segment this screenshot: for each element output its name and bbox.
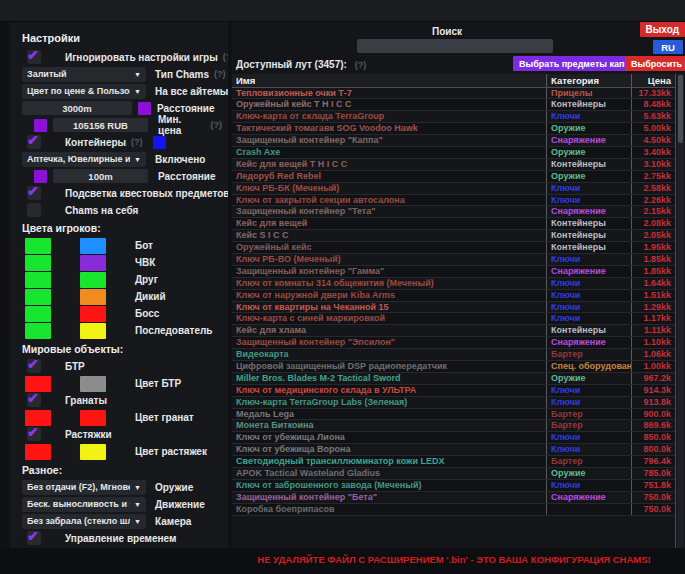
container-distance-color-swatch[interactable]: [34, 170, 47, 183]
item-name: Светодиодный трансиллюминатор кожи LEDX: [232, 456, 546, 467]
chevron-down-icon: ▼: [134, 518, 141, 525]
min-price-color-swatch[interactable]: [34, 119, 47, 132]
loot-table-row[interactable]: Тактический томагавк SOG Voodoo Hawk Ору…: [232, 123, 675, 135]
min-price-input[interactable]: [53, 118, 148, 132]
player-type-color-swatch[interactable]: [80, 289, 106, 305]
loot-table-row[interactable]: Ключ-карта с синей маркировкой Ключи 1.1…: [232, 313, 675, 325]
config-warning-text: НЕ УДАЛЯЙТЕ ФАЙЛ С РАСШИРЕНИЕМ '.bin' - …: [232, 548, 676, 574]
loot-table-row[interactable]: Коробка боеприпасов 750.0k: [232, 504, 675, 516]
loot-table-row[interactable]: Защищенный контейнер "Бета" Снаряжение 7…: [232, 492, 675, 504]
item-price: 2.75kk: [631, 171, 675, 182]
item-category: Ключи: [546, 111, 631, 122]
loot-table-row[interactable]: Монета Биткоина Бартер 869.6k: [232, 420, 675, 432]
scrollbar-thumb[interactable]: [678, 75, 683, 143]
loot-table-row[interactable]: Видеокарта Бартер 1.06kk: [232, 349, 675, 361]
loot-table-row[interactable]: Ключ от убежища Лиона Ключи 850.0k: [232, 432, 675, 444]
loot-table-row[interactable]: Цифровой защищенный DSP радиопередатчик …: [232, 361, 675, 373]
item-name: Защищенный контейнер "Гамма": [232, 266, 546, 277]
containers-color-swatch[interactable]: [153, 136, 166, 149]
loot-table-row[interactable]: Ключ от квартиры на Чеканной 15 Ключи 1.…: [232, 302, 675, 314]
loot-table-row[interactable]: Защищенный контейнер "Гамма" Снаряжение …: [232, 266, 675, 278]
tripwire-color-swatch[interactable]: [80, 444, 106, 460]
player-type-color-swatch[interactable]: [80, 272, 106, 288]
camera-row: Без забрала (стекло шлема) ▼ Камера: [22, 514, 222, 528]
tripwires-checkbox[interactable]: ✔: [27, 427, 41, 441]
container-filter-select[interactable]: Аптечка, Ювелирные и... ▼: [22, 152, 146, 167]
loot-table-row[interactable]: Кейс S I C C Контейнеры 2.05kk: [232, 230, 675, 242]
select-kappa-items-button[interactable]: Выбрать предметы каппа: [513, 56, 641, 71]
container-distance-input[interactable]: [53, 169, 148, 183]
quest-highlight-checkbox[interactable]: ✔: [27, 186, 41, 200]
world-objects-title: Мировые объекты:: [22, 343, 228, 355]
loot-table-row[interactable]: Оружейный кейс T H I C C Контейнеры 8.48…: [232, 99, 675, 111]
chevron-down-icon: ▼: [134, 484, 141, 491]
column-header-category: Категория: [546, 74, 631, 87]
player-type-color-swatch[interactable]: [80, 255, 106, 271]
loot-table-row[interactable]: Защищенный контейнер "Эпсилон" Снаряжени…: [232, 337, 675, 349]
visible-color-swatch[interactable]: [25, 238, 51, 254]
loot-table-row[interactable]: Защищенный контейнер "Каппа" Снаряжение …: [232, 135, 675, 147]
containers-checkbox[interactable]: ✔: [27, 135, 41, 149]
help-icon: (?): [211, 120, 223, 130]
visible-color-swatch[interactable]: [25, 323, 51, 339]
btr-color-row: Цвет БТР: [25, 376, 222, 391]
loot-table-row[interactable]: Ключ от убежища Ворона Ключи 800.0k: [232, 444, 675, 456]
distance-color-swatch[interactable]: [138, 102, 151, 115]
table-scrollbar[interactable]: [677, 74, 684, 549]
loot-table-row[interactable]: APOK Tactical Wasteland Gladius Оружие 7…: [232, 468, 675, 480]
loot-table-row[interactable]: Crash Axe Оружие 3.40kk: [232, 147, 675, 159]
color-mode-select[interactable]: Цвет по цене & Пользователь ▼: [22, 84, 146, 99]
movement-select[interactable]: Беск. выносливость и нет уста: ▼: [22, 497, 146, 512]
btr-checkbox[interactable]: ✔: [27, 359, 41, 373]
visible-color-swatch[interactable]: [25, 306, 51, 322]
camera-select[interactable]: Без забрала (стекло шлема) ▼: [22, 514, 146, 529]
search-input[interactable]: [357, 39, 553, 53]
visible-color-swatch[interactable]: [25, 272, 51, 288]
player-type-color-swatch[interactable]: [80, 306, 106, 322]
player-type-color-swatch[interactable]: [80, 323, 106, 339]
time-control-checkbox[interactable]: ✔: [27, 531, 41, 545]
grenade-color-swatch[interactable]: [80, 410, 106, 426]
ignore-game-checkbox[interactable]: ✔: [27, 50, 41, 64]
visible-color-swatch[interactable]: [25, 444, 51, 460]
player-color-row: ЧВК: [25, 255, 222, 270]
item-name: Ледоруб Red Rebel: [232, 171, 546, 182]
loot-table-row[interactable]: Кейс для хлама Контейнеры 1.11kk: [232, 325, 675, 337]
loot-table-row[interactable]: Ключ от закрытой секции автосалона Ключи…: [232, 195, 675, 207]
visible-color-swatch[interactable]: [25, 255, 51, 271]
grenade-color-label: Цвет гранат: [135, 412, 194, 423]
loot-table-row[interactable]: Ключ РБ-ВО (Меченый) Ключи 1.85kk: [232, 254, 675, 266]
item-name: Ключ от квартиры на Чеканной 15: [232, 302, 546, 313]
camera-label: Камера: [155, 516, 191, 527]
loot-table-row[interactable]: Медаль Lega Бартер 900.0k: [232, 409, 675, 421]
loot-table-row[interactable]: Тепловизионные очки Т-7 Прицелы 17.33kk: [232, 88, 675, 100]
btr-color-swatch[interactable]: [80, 376, 106, 392]
loot-table-row[interactable]: Ключ-карта от склада TerraGroup Ключи 5.…: [232, 111, 675, 123]
chevron-down-icon: ▼: [134, 501, 141, 508]
language-button[interactable]: RU: [653, 40, 683, 54]
chams-self-checkbox[interactable]: ✔: [27, 203, 41, 217]
player-type-color-swatch[interactable]: [80, 238, 106, 254]
loot-table-row[interactable]: Светодиодный трансиллюминатор кожи LEDX …: [232, 456, 675, 468]
loot-table-row[interactable]: Защищенный контейнер "Тета" Снаряжение 2…: [232, 206, 675, 218]
loot-table-row[interactable]: Оружейный кейс Контейнеры 1.95kk: [232, 242, 675, 254]
loot-table-row[interactable]: Ключ РБ-БК (Меченый) Ключи 2.58kk: [232, 183, 675, 195]
loot-table-row[interactable]: Miller Bros. Blades M-2 Tactical Sword О…: [232, 373, 675, 385]
loot-table-row[interactable]: Ключ от наружной двери Kiba Arms Ключи 1…: [232, 290, 675, 302]
loot-table-row[interactable]: Кейс для вещей Контейнеры 2.08kk: [232, 218, 675, 230]
loot-table-row[interactable]: Ключ от медицинского склада в УЛЬТРА Клю…: [232, 385, 675, 397]
loot-table-row[interactable]: Ледоруб Red Rebel Оружие 2.75kk: [232, 171, 675, 183]
visible-color-swatch[interactable]: [25, 289, 51, 305]
exit-button[interactable]: Выход: [640, 22, 685, 37]
loot-table-row[interactable]: Ключ от комнаты 314 общежития (Меченый) …: [232, 278, 675, 290]
loot-table-row[interactable]: Ключ от заброшенного завода (Меченый) Кл…: [232, 480, 675, 492]
grenades-checkbox[interactable]: ✔: [27, 393, 41, 407]
weapon-select[interactable]: Без отдачи (F2), Мгновенное п ▼: [22, 480, 146, 495]
drop-all-button[interactable]: Выбросить все: [625, 56, 685, 71]
distance-input[interactable]: [22, 101, 132, 115]
item-name: Ключ-карта TerraGroup Labs (Зеленая): [232, 397, 546, 408]
chams-type-select[interactable]: Залитый ▼: [22, 67, 146, 82]
item-price: 1.64kk: [631, 278, 675, 289]
loot-table-row[interactable]: Кейс для вещей T H I C C Контейнеры 3.10…: [232, 159, 675, 171]
loot-table-row[interactable]: Ключ-карта TerraGroup Labs (Зеленая) Клю…: [232, 397, 675, 409]
